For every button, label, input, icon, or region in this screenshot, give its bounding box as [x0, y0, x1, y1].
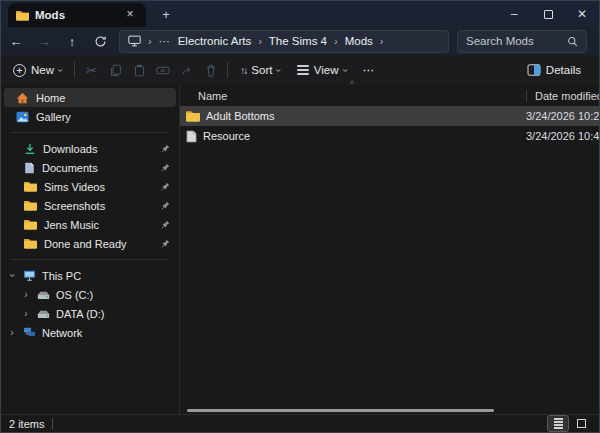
icons-view-toggle[interactable]	[571, 416, 591, 431]
chevron-collapsed-icon[interactable]: ›	[21, 289, 31, 300]
share-button[interactable]	[175, 58, 199, 82]
breadcrumb-chevron-icon: ›	[258, 35, 262, 47]
view-icon	[297, 65, 309, 75]
sidebar-item-os-c[interactable]: › OS (C:)	[1, 285, 179, 304]
pin-icon	[161, 201, 170, 210]
column-header-name[interactable]: Name	[180, 90, 526, 102]
pin-icon	[161, 220, 170, 229]
column-headers: Name Date modified	[180, 85, 599, 106]
paste-button[interactable]	[127, 58, 151, 82]
sidebar-item-label: Jens Music	[44, 219, 154, 231]
sidebar-item-screenshots[interactable]: Screenshots	[4, 196, 176, 215]
up-button[interactable]: ↑	[59, 29, 85, 53]
search-input[interactable]: Search Mods	[457, 30, 587, 53]
tab-close-icon[interactable]: ×	[122, 7, 138, 23]
minimize-button[interactable]: –	[497, 1, 531, 27]
tab-mods[interactable]: Mods ×	[8, 3, 146, 27]
icons-view-icon	[577, 419, 586, 428]
address-bar[interactable]: › ⋯ Electronic Arts › The Sims 4 › Mods …	[119, 30, 449, 53]
sort-icon: ↑↓	[240, 65, 246, 76]
pin-icon	[161, 144, 170, 153]
folder-icon	[24, 200, 37, 211]
maximize-button[interactable]	[531, 1, 565, 27]
sidebar-item-downloads[interactable]: Downloads	[4, 139, 176, 158]
refresh-button[interactable]	[87, 29, 113, 53]
home-icon	[16, 92, 29, 104]
sidebar-item-label: Home	[36, 92, 170, 104]
status-bar: 2 items	[1, 414, 599, 432]
new-plus-icon: +	[13, 64, 26, 77]
pin-icon	[161, 182, 170, 191]
toolbar-divider	[227, 62, 228, 78]
file-date-modified: 3/24/2026 10:21.	[526, 110, 599, 122]
breadcrumb-electronic-arts[interactable]: Electronic Arts	[178, 35, 252, 47]
file-date-modified: 3/24/2026 10:40.	[526, 130, 599, 142]
details-pane-button[interactable]: Details	[519, 58, 589, 82]
chevron-down-icon: ›	[274, 68, 285, 71]
column-header-date-modified[interactable]: Date modified	[526, 90, 599, 102]
horizontal-scrollbar[interactable]	[187, 409, 494, 412]
sidebar-item-data-d[interactable]: › DATA (D:)	[1, 304, 179, 323]
sidebar-item-gallery[interactable]: Gallery	[4, 107, 176, 126]
close-button[interactable]: ✕	[565, 1, 599, 27]
new-tab-button[interactable]: +	[156, 5, 176, 25]
sidebar-item-done-and-ready[interactable]: Done and Ready	[4, 234, 176, 253]
file-icon	[186, 130, 197, 143]
file-row-adult-bottoms[interactable]: Adult Bottoms 3/24/2026 10:21.	[180, 106, 599, 126]
this-pc-icon	[23, 270, 36, 281]
chevron-collapsed-icon[interactable]: ›	[7, 327, 17, 338]
breadcrumb-chevron-icon: ›	[380, 35, 384, 47]
folder-icon	[24, 181, 37, 192]
more-options-button[interactable]: ⋯	[355, 58, 383, 82]
downloads-icon	[24, 143, 36, 155]
folder-icon	[24, 219, 37, 230]
details-pane-icon	[527, 64, 541, 76]
chevron-collapsed-icon[interactable]: ›	[21, 308, 31, 319]
sidebar-item-label: Downloads	[43, 143, 154, 155]
sort-button[interactable]: ↑↓ Sort ›	[232, 58, 288, 82]
navigation-pane: Home Gallery Downloads Documents	[1, 85, 179, 416]
tab-label: Mods	[35, 9, 116, 21]
sidebar-item-label: DATA (D:)	[56, 308, 104, 320]
view-button[interactable]: View ›	[289, 58, 355, 82]
address-row: ← → ↑ › ⋯ Electronic Arts › The Sims 4 ›…	[1, 27, 599, 55]
drive-icon	[37, 309, 50, 319]
details-view-toggle[interactable]	[548, 416, 568, 431]
pin-icon	[161, 163, 170, 172]
sidebar-item-network[interactable]: › Network	[1, 323, 179, 342]
drive-icon	[37, 290, 50, 300]
sidebar-item-this-pc[interactable]: › This PC	[1, 266, 179, 285]
delete-button[interactable]	[199, 58, 223, 82]
breadcrumb-mods[interactable]: Mods	[345, 35, 373, 47]
search-icon	[567, 36, 578, 47]
breadcrumb-overflow[interactable]: ⋯	[159, 35, 171, 48]
rename-button[interactable]	[151, 58, 175, 82]
sidebar-item-label: Screenshots	[44, 200, 154, 212]
cut-button[interactable]: ✂	[79, 58, 103, 82]
toolbar-divider	[74, 62, 75, 78]
network-icon	[23, 327, 36, 338]
new-button-label: New	[31, 64, 54, 76]
back-button[interactable]: ←	[3, 29, 29, 53]
gallery-icon	[16, 111, 29, 123]
sidebar-item-home[interactable]: Home	[4, 88, 176, 107]
sidebar-item-jens-music[interactable]: Jens Music	[4, 215, 176, 234]
view-toggles	[548, 416, 591, 431]
folder-icon	[16, 10, 29, 21]
breadcrumb-the-sims-4[interactable]: The Sims 4	[269, 35, 327, 47]
chevron-expanded-icon[interactable]: ›	[7, 271, 18, 281]
copy-button[interactable]	[103, 58, 127, 82]
sidebar-divider	[11, 132, 169, 133]
sidebar-item-label: This PC	[42, 270, 81, 282]
search-placeholder: Search Mods	[466, 35, 567, 47]
file-row-resource[interactable]: Resource 3/24/2026 10:40.	[180, 126, 599, 146]
sidebar-item-label: Network	[42, 327, 82, 339]
new-button[interactable]: + New ›	[5, 58, 70, 82]
sidebar-item-sims-videos[interactable]: Sims Videos	[4, 177, 176, 196]
titlebar: Mods × + – ✕	[1, 1, 599, 27]
sidebar-item-documents[interactable]: Documents	[4, 158, 176, 177]
this-pc-icon	[128, 35, 141, 47]
forward-button[interactable]: →	[31, 29, 57, 53]
sidebar-item-label: Done and Ready	[44, 238, 154, 250]
items-count: 2 items	[9, 418, 44, 430]
